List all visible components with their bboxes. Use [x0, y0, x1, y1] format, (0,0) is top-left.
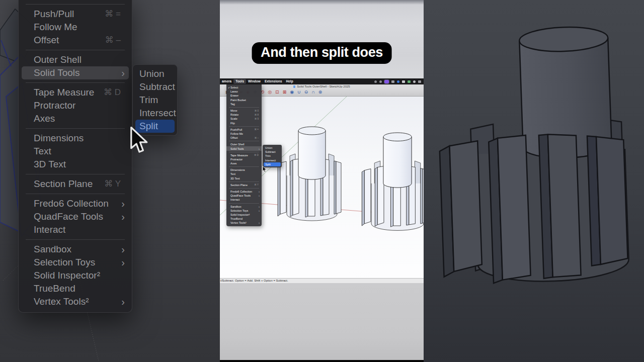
- toolbar-icon[interactable]: ⊖: [304, 90, 308, 95]
- menu-item[interactable]: QuadFace Tools ›: [22, 210, 129, 223]
- menu-item[interactable]: Dimensions: [22, 132, 129, 145]
- menubar-item[interactable]: Extensions: [263, 79, 284, 84]
- bottom-black-strip: [220, 360, 424, 362]
- tools-menu-item[interactable]: TrueBend: [226, 217, 262, 221]
- menu-item[interactable]: [26, 174, 125, 174]
- tools-menu-item[interactable]: Section Plane ⌘ Y: [226, 183, 262, 187]
- menu-item[interactable]: 3D Text: [22, 158, 129, 171]
- menu-item[interactable]: Interact: [22, 223, 129, 236]
- tools-menu-item[interactable]: [229, 126, 259, 127]
- submenu-item[interactable]: Trim: [135, 94, 175, 107]
- menu-item[interactable]: Vertex Tools² ›: [22, 295, 129, 308]
- tools-menu-item[interactable]: Text: [226, 172, 262, 176]
- tools-menu-item[interactable]: Tag: [226, 102, 262, 106]
- menu-item[interactable]: Axes: [22, 112, 129, 125]
- tools-menu-item[interactable]: Flip: [226, 121, 262, 125]
- toolbar-icon[interactable]: ∪: [297, 90, 301, 95]
- tools-menu-item[interactable]: Scale ⌘ 9: [226, 117, 262, 121]
- solid-tools-submenu-item[interactable]: Intersect: [264, 158, 281, 162]
- tools-menu-item[interactable]: [229, 203, 259, 204]
- toolbar-icon[interactable]: ◎: [268, 90, 272, 95]
- toolbar-icon[interactable]: ∩: [311, 90, 314, 95]
- menu-item[interactable]: Selection Toys ›: [22, 256, 129, 269]
- menu-item[interactable]: TrueBend: [22, 282, 129, 295]
- tools-menu-item[interactable]: [229, 166, 259, 167]
- menu-item[interactable]: [26, 50, 125, 50]
- menubar-item[interactable]: amera: [220, 79, 233, 84]
- menu-item[interactable]: [26, 194, 125, 194]
- tools-dropdown-menu: ✓ Select Lasso Eraser: [226, 84, 262, 226]
- tools-menu-item[interactable]: Solid Tools ›: [226, 146, 262, 150]
- tools-menu-item[interactable]: Fredo6 Collection ›: [226, 190, 262, 194]
- toolbar-icon[interactable]: ⊗: [318, 90, 323, 95]
- menubar-status-icon[interactable]: [391, 80, 394, 83]
- tools-menu-item[interactable]: Move ⌘ 0: [226, 109, 262, 113]
- submenu-item[interactable]: Intersect: [135, 107, 175, 120]
- solid-tools-submenu-item[interactable]: Trim: [264, 154, 281, 158]
- tools-menu-item[interactable]: [229, 141, 259, 141]
- tools-menu-item[interactable]: Follow Me: [226, 132, 262, 136]
- tools-menu-item[interactable]: Push/Pull ⌘ =: [226, 128, 262, 132]
- tools-menu-item[interactable]: Tape Measure ⌘ D: [226, 153, 262, 157]
- toolbar-icon[interactable]: ⊡: [275, 90, 279, 95]
- tools-menu-item-label: Flip: [230, 122, 258, 125]
- menu-item[interactable]: Sandbox ›: [22, 243, 129, 256]
- tools-menu-item[interactable]: [229, 107, 259, 108]
- menubar-item[interactable]: Window: [246, 79, 263, 84]
- toolbar-icon[interactable]: ◉: [290, 90, 294, 95]
- menubar-status-icon[interactable]: [402, 80, 405, 83]
- tools-menu-item[interactable]: Dimensions: [226, 168, 262, 172]
- submenu-item[interactable]: Union: [135, 67, 175, 80]
- gear-model-right[interactable]: [362, 133, 424, 230]
- tools-menu-item[interactable]: ✓ Select: [226, 85, 262, 89]
- menu-item[interactable]: Solid Inspector²: [22, 269, 129, 282]
- menubar-status-icon[interactable]: [408, 80, 411, 83]
- tools-menu-item[interactable]: QuadFace Tools ›: [226, 194, 262, 198]
- tools-menu-item[interactable]: Vertex Tools² ›: [226, 221, 262, 225]
- tools-menu-item[interactable]: 3D Text: [226, 176, 262, 180]
- solid-tools-submenu-item[interactable]: Union: [264, 146, 281, 150]
- menu-item[interactable]: Solid Tools ›: [22, 66, 129, 79]
- toolbar-icon[interactable]: ⊠: [283, 90, 287, 95]
- tools-menu-item[interactable]: Outer Shell: [226, 142, 262, 146]
- menu-item[interactable]: Offset ⌘ –: [22, 34, 129, 47]
- tools-menu-item[interactable]: Protractor: [226, 157, 262, 161]
- tools-menu-item[interactable]: Offset ⌘ –: [226, 136, 262, 140]
- menu-item[interactable]: Fredo6 Collection ›: [22, 197, 129, 210]
- tools-menu-item[interactable]: Paint Bucket: [226, 98, 262, 102]
- menu-item[interactable]: Section Plane ⌘ Y: [22, 177, 129, 191]
- menu-item[interactable]: Tape Measure ⌘ D: [22, 86, 129, 99]
- tools-menu-item[interactable]: Sandbox ›: [226, 205, 262, 209]
- menubar-status-icon[interactable]: [374, 80, 377, 83]
- tools-menu-item[interactable]: Axes: [226, 161, 262, 165]
- menubar-status-icon[interactable]: [413, 80, 416, 83]
- menu-item[interactable]: Push/Pull ⌘ =: [22, 8, 129, 21]
- gear-model-left[interactable]: [278, 127, 341, 221]
- solid-tools-submenu-item[interactable]: Subtract: [264, 150, 281, 154]
- tools-menu-item[interactable]: Rotate ⌘ 8: [226, 113, 262, 117]
- menu-item[interactable]: Follow Me: [22, 21, 129, 34]
- tools-menu-item[interactable]: Solid Inspector²: [226, 213, 262, 217]
- tools-menu-item-label: Vertex Tools²: [230, 221, 257, 224]
- tools-menu-item[interactable]: [229, 152, 259, 152]
- menubar-status-icon[interactable]: [418, 80, 421, 83]
- tools-menu-item[interactable]: Selection Toys ›: [226, 209, 262, 213]
- menu-item[interactable]: [26, 128, 125, 129]
- menubar-status-icon[interactable]: [379, 80, 382, 83]
- menubar-item[interactable]: Tools: [233, 79, 246, 84]
- tools-menu-item[interactable]: Eraser: [226, 94, 262, 98]
- menubar-status-icon[interactable]: [397, 80, 399, 83]
- menu-item[interactable]: [26, 239, 125, 240]
- menubar-item[interactable]: Help: [284, 79, 295, 84]
- menu-item[interactable]: Protractor: [22, 99, 129, 112]
- menu-item[interactable]: [26, 4, 125, 5]
- menu-item[interactable]: [26, 82, 125, 83]
- menu-item[interactable]: Text: [22, 145, 129, 158]
- tools-menu-item[interactable]: Lasso: [226, 89, 262, 94]
- submenu-item[interactable]: Subtract: [135, 80, 175, 94]
- menubar-status-icon[interactable]: [384, 80, 389, 83]
- tools-menu-item[interactable]: [229, 182, 259, 182]
- tools-menu-item[interactable]: [229, 188, 259, 189]
- tools-menu-item[interactable]: Interact: [226, 198, 262, 202]
- menu-item[interactable]: Outer Shell: [22, 53, 129, 66]
